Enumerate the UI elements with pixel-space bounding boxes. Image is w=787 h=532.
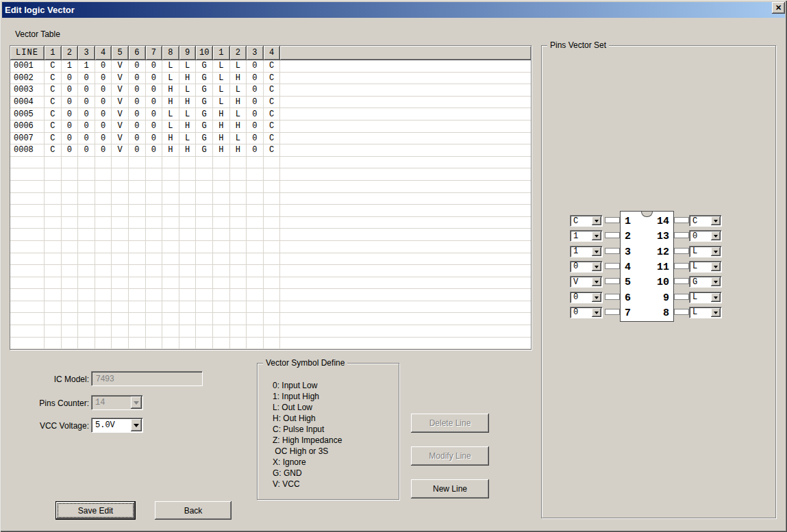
vector-cell: [146, 313, 163, 325]
column-header[interactable]: 1: [213, 46, 229, 60]
pin-6-select[interactable]: 0: [570, 292, 603, 303]
table-row[interactable]: 0004C000V00HHGLH0C: [10, 97, 531, 109]
chevron-down-icon[interactable]: [711, 262, 721, 271]
vector-cell: [162, 157, 179, 168]
table-row[interactable]: [10, 277, 531, 290]
column-header[interactable]: 2: [62, 46, 78, 60]
table-row[interactable]: [10, 265, 531, 277]
vector-cell: [62, 289, 79, 301]
table-row[interactable]: [10, 325, 531, 338]
table-row[interactable]: [10, 241, 531, 253]
pin-9-select[interactable]: L: [689, 292, 722, 303]
chevron-down-icon[interactable]: [711, 277, 721, 286]
pin-7-select[interactable]: 0: [570, 307, 603, 318]
chevron-down-icon[interactable]: [711, 247, 721, 256]
table-row[interactable]: 0006C000V00LHGHH0C: [10, 121, 531, 133]
column-header[interactable]: 2: [230, 46, 247, 60]
pin-14-lead: [674, 217, 689, 223]
vcc-voltage-select[interactable]: 5.0V: [91, 418, 143, 433]
table-row[interactable]: [10, 253, 531, 266]
table-row[interactable]: [10, 289, 531, 301]
chevron-down-icon[interactable]: [592, 262, 601, 271]
close-button[interactable]: ✕: [772, 2, 785, 14]
pin-4-select[interactable]: 0: [570, 261, 603, 273]
line-number-cell: [10, 193, 45, 205]
vector-cell: 0: [247, 73, 264, 84]
vector-cell: C: [264, 73, 281, 84]
vector-cell: [62, 217, 79, 229]
column-header[interactable]: 4: [264, 46, 280, 60]
chevron-shape: [595, 251, 599, 255]
table-row[interactable]: 0002C000V00LHGLH0C: [10, 73, 531, 85]
chevron-down-icon[interactable]: [711, 293, 721, 302]
chevron-down-icon[interactable]: [711, 231, 721, 240]
pin-1-select[interactable]: C: [570, 215, 603, 227]
vector-cell: [264, 241, 281, 253]
chevron-down-icon[interactable]: [131, 419, 142, 431]
vector-cell: C: [45, 121, 62, 132]
table-row[interactable]: [10, 229, 531, 241]
pin-3-lead: [605, 248, 620, 254]
vector-cell: V: [112, 108, 129, 120]
column-header[interactable]: 6: [129, 46, 145, 60]
vector-cell: [129, 277, 146, 289]
table-row[interactable]: [10, 338, 531, 350]
column-header[interactable]: 4: [95, 46, 112, 60]
table-row[interactable]: [10, 205, 531, 217]
table-row[interactable]: 0008C000V00HHGHH0C: [10, 144, 531, 157]
vector-cell: [247, 301, 264, 313]
chevron-shape: [714, 281, 718, 286]
vector-cell: [45, 229, 62, 240]
column-header[interactable]: 7: [146, 46, 162, 60]
vector-cell: [62, 313, 79, 325]
back-button[interactable]: Back: [155, 501, 232, 520]
chevron-down-icon[interactable]: [592, 277, 601, 286]
table-row[interactable]: [10, 157, 531, 169]
pin-14-value: C: [692, 216, 711, 226]
column-header[interactable]: 5: [112, 46, 128, 60]
column-header[interactable]: 1: [45, 46, 61, 60]
vector-cell: 0: [247, 108, 264, 120]
table-row[interactable]: [10, 181, 531, 193]
vector-cell: [264, 253, 281, 265]
line-number-cell: 0001: [10, 60, 45, 72]
pin-10-select[interactable]: G: [689, 276, 722, 288]
line-number-cell: [10, 253, 45, 265]
column-header[interactable]: 3: [78, 46, 95, 60]
pin-13-select[interactable]: 0: [689, 230, 722, 242]
chevron-down-icon[interactable]: [711, 308, 721, 317]
chevron-down-icon[interactable]: [711, 216, 721, 225]
table-row[interactable]: 0001C110V00LLGLL0C: [10, 60, 531, 73]
pin-11-select[interactable]: L: [689, 261, 722, 273]
save-edit-button[interactable]: Save Edit: [55, 501, 136, 520]
new-line-button[interactable]: New Line: [411, 479, 489, 498]
chevron-down-icon[interactable]: [592, 308, 601, 317]
column-header[interactable]: 10: [196, 46, 212, 60]
chevron-down-icon[interactable]: [592, 216, 601, 225]
table-row[interactable]: [10, 193, 531, 205]
pin-8-select[interactable]: L: [689, 307, 722, 318]
column-header[interactable]: LINE: [10, 46, 44, 60]
column-header[interactable]: 8: [162, 46, 179, 60]
table-row[interactable]: [10, 168, 531, 181]
pin-3-select[interactable]: 1: [570, 246, 603, 257]
line-number-cell: [10, 241, 45, 253]
table-row[interactable]: [10, 313, 531, 325]
pin-5-select[interactable]: V: [570, 276, 603, 288]
chevron-down-icon[interactable]: [592, 247, 601, 256]
table-row[interactable]: 0005C000V00LLGHL0C: [10, 108, 531, 121]
vector-cell: [196, 277, 213, 289]
table-row[interactable]: [10, 217, 531, 229]
table-row[interactable]: 0007C000V00HLGHL0C: [10, 133, 531, 145]
pin-12-number: 12: [650, 246, 669, 259]
chevron-down-icon[interactable]: [592, 231, 601, 240]
table-row[interactable]: [10, 301, 531, 314]
pin-2-select[interactable]: 1: [570, 230, 603, 242]
pin-11-lead: [674, 263, 689, 269]
column-header[interactable]: 3: [247, 46, 263, 60]
pin-14-select[interactable]: C: [689, 215, 722, 227]
table-row[interactable]: 0003C000V00HLGLL0C: [10, 84, 531, 97]
column-header[interactable]: 9: [179, 46, 196, 60]
pin-12-select[interactable]: L: [689, 246, 722, 257]
chevron-down-icon[interactable]: [592, 293, 601, 302]
